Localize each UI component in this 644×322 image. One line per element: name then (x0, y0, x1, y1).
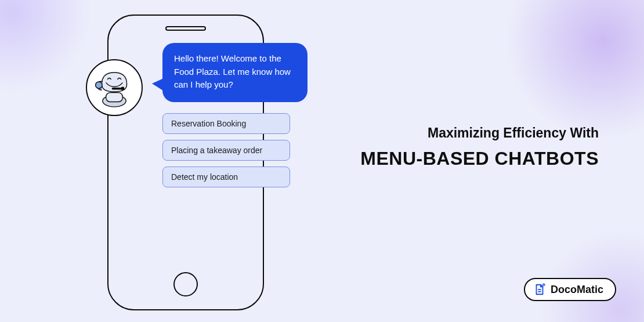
svg-point-2 (96, 82, 103, 89)
option-reservation-booking[interactable]: Reservation Booking (162, 113, 290, 134)
option-label: Reservation Booking (171, 119, 246, 128)
bg-blur-top-left (0, 0, 93, 93)
bg-blur-bottom-right (540, 229, 644, 322)
headline-title: MENU-BASED CHATBOTS (360, 148, 599, 169)
chatbot-avatar (86, 59, 143, 116)
brand-name: DocoMatic (551, 284, 603, 296)
svg-point-4 (121, 87, 125, 91)
document-icon (533, 283, 546, 296)
chat-bubble-tail-icon (152, 78, 165, 92)
option-label: Placing a takeaway order (171, 146, 262, 155)
chat-bubble: Hello there! Welcome to the Food Plaza. … (162, 43, 307, 102)
option-label: Detect my location (171, 172, 238, 182)
phone-speaker-icon (165, 26, 206, 31)
option-detect-location[interactable]: Detect my location (162, 167, 290, 187)
brand-badge: DocoMatic (524, 278, 616, 301)
headline-block: Maximizing Efficiency With MENU-BASED CH… (360, 125, 599, 169)
svg-rect-3 (112, 88, 122, 90)
svg-rect-1 (106, 93, 123, 102)
bg-blur-top-right (505, 0, 644, 139)
headline-subtitle: Maximizing Efficiency With (360, 125, 599, 141)
robot-icon (93, 67, 135, 108)
phone-home-button-icon (173, 272, 198, 296)
chat-bubble-text: Hello there! Welcome to the Food Plaza. … (174, 53, 291, 89)
option-takeaway-order[interactable]: Placing a takeaway order (162, 140, 290, 161)
menu-options: Reservation Booking Placing a takeaway o… (162, 113, 290, 187)
